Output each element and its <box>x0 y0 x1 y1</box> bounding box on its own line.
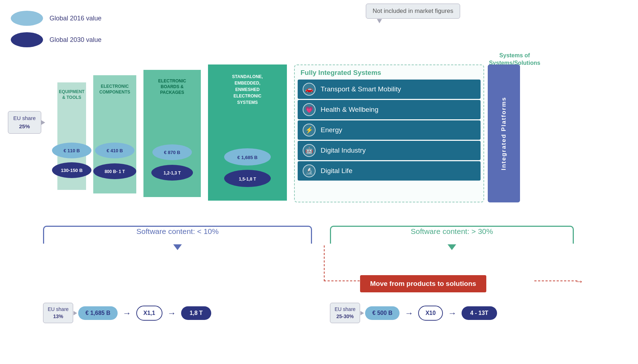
dashed-arrow: → <box>575 276 584 287</box>
fully-integrated-box: Fully Integrated Systems 🚗Transport & Sm… <box>294 64 484 202</box>
sector-row: 🔬Digital Life <box>298 161 481 181</box>
not-included-text: Not included in market figures <box>373 8 453 14</box>
svg-text:STANDALONE,: STANDALONE, <box>232 74 263 79</box>
svg-text:ENMESHED: ENMESHED <box>235 87 260 92</box>
arrow-2: → <box>167 308 176 318</box>
svg-text:€ 870 B: € 870 B <box>164 150 180 155</box>
diagram-area: EU share25% EQUIPMENT & TOOLS ELECTRONIC… <box>7 64 635 215</box>
bottom-left-mult: X1,1 <box>136 306 162 321</box>
svg-text:€ 1,685 B: € 1,685 B <box>237 155 257 160</box>
legend: Global 2016 value Global 2030 value <box>11 11 101 47</box>
svg-text:ELECTRONIC: ELECTRONIC <box>158 78 186 83</box>
dashed-horiz-left <box>324 281 360 281</box>
arrow-3: → <box>405 308 413 318</box>
sector-label: Health & Wellbeing <box>321 106 378 114</box>
sector-icon: 🚗 <box>303 83 316 96</box>
sector-icon: ⚡ <box>303 124 316 136</box>
sector-row: 🚗Transport & Smart Mobility <box>298 80 481 99</box>
fully-integrated-title: Fully Integrated Systems <box>298 69 481 77</box>
svg-text:BOARDS &: BOARDS & <box>161 84 184 89</box>
legend-oval-2016 <box>11 11 43 26</box>
bottom-right-val1: € 500 B <box>365 306 400 320</box>
bottom-right-flow: EU share25-30% € 500 B → X10 → 4 - 13T <box>330 303 497 323</box>
legend-item-2030: Global 2030 value <box>11 32 101 47</box>
svg-text:EQUIPMENT: EQUIPMENT <box>59 89 85 94</box>
bottom-left-val1: € 1,685 B <box>78 306 117 320</box>
sectors-container: 🚗Transport & Smart Mobility💗Health & Wel… <box>298 80 481 181</box>
sector-label: Transport & Smart Mobility <box>321 85 401 93</box>
sector-icon: 💗 <box>303 103 316 116</box>
svg-text:COMPONENTS: COMPONENTS <box>99 90 130 95</box>
svg-text:PACKAGES: PACKAGES <box>160 90 184 95</box>
bottom-left-flow: EU share13% € 1,685 B → X1,1 → 1,8 T <box>43 303 211 323</box>
eu-share-top-text: EU share25% <box>13 115 36 129</box>
dashed-vertical <box>324 245 325 281</box>
sw-left-bracket: Software content: < 10% <box>43 226 312 236</box>
move-label: Move from products to solutions <box>370 280 476 287</box>
svg-text:EMBEDDED,: EMBEDDED, <box>235 81 260 86</box>
arrow-1: → <box>123 308 131 318</box>
not-included-box: Not included in market figures <box>366 4 460 19</box>
sector-row: 💗Health & Wellbeing <box>298 100 481 119</box>
sw-right-bracket: Software content: > 30% <box>330 226 574 236</box>
legend-label-2016: Global 2016 value <box>49 15 101 22</box>
integrated-platforms-label: Integrated Platforms <box>500 97 507 170</box>
svg-text:& TOOLS: & TOOLS <box>62 95 81 100</box>
legend-oval-2030 <box>11 32 43 47</box>
arrow-4: → <box>448 308 457 318</box>
sector-icon: 🔬 <box>303 164 316 177</box>
bottom-right-val2: 4 - 13T <box>462 306 497 320</box>
move-box: Move from products to solutions <box>360 275 486 292</box>
sector-label: Digital Life <box>321 167 353 175</box>
sector-row: ⚡Energy <box>298 120 481 140</box>
dashed-horiz-right <box>534 281 577 281</box>
svg-text:ELECTRONIC: ELECTRONIC <box>101 84 129 89</box>
sector-row: 🤖Digital Industry <box>298 141 481 160</box>
eu-share-bottom-right: EU share25-30% <box>330 303 360 323</box>
svg-text:€ 410 B: € 410 B <box>107 148 123 153</box>
sector-label: Digital Industry <box>321 147 366 154</box>
legend-label-2030: Global 2030 value <box>49 36 101 44</box>
sector-icon: 🤖 <box>303 144 316 157</box>
svg-text:ELECTRONIC: ELECTRONIC <box>233 94 261 99</box>
bottom-right-mult: X10 <box>418 306 443 321</box>
legend-item-2016: Global 2016 value <box>11 11 101 26</box>
integrated-platforms-bar: Integrated Platforms <box>488 64 520 202</box>
eu-share-bottom-left: EU share13% <box>43 303 73 323</box>
svg-text:130-150 B: 130-150 B <box>61 168 83 173</box>
sector-label: Energy <box>321 126 342 134</box>
svg-text:800 B- 1 T: 800 B- 1 T <box>105 169 125 174</box>
svg-text:SYSTEMS: SYSTEMS <box>237 100 257 105</box>
bottom-left-val2: 1,8 T <box>181 306 211 320</box>
svg-text:1,5-1,8 T: 1,5-1,8 T <box>239 177 256 182</box>
svg-text:€ 110 B: € 110 B <box>63 148 80 153</box>
eu-share-top-callout: EU share25% <box>8 111 41 134</box>
svg-text:1,2-1,3 T: 1,2-1,3 T <box>164 171 181 176</box>
